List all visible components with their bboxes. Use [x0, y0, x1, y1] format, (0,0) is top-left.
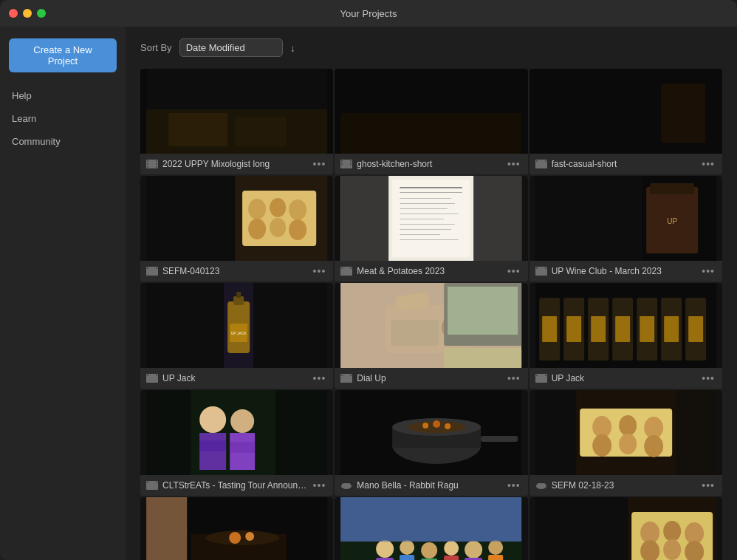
- svg-rect-72: [147, 375, 148, 376]
- project-name: Dial Up: [357, 373, 501, 383]
- project-card[interactable]: CLTStrEATs - Tasting Tour Announcements …: [140, 390, 333, 496]
- svg-point-163: [488, 540, 503, 555]
- project-card[interactable]: fast-casual-short •••: [529, 69, 722, 174]
- project-card[interactable]: SEFM 02-18-23 •••: [529, 390, 722, 496]
- project-footer: 2022 UPPY Mixologist long •••: [140, 154, 333, 174]
- svg-rect-33: [146, 176, 235, 261]
- project-card[interactable]: — •••: [335, 497, 527, 560]
- project-card[interactable]: UP UP Wine Club - March 2023 •••: [529, 176, 722, 281]
- project-card[interactable]: ghost-kitchen-short •••: [335, 69, 527, 174]
- project-menu-button[interactable]: •••: [312, 372, 328, 384]
- svg-point-130: [342, 483, 346, 488]
- svg-rect-50: [340, 176, 388, 261]
- svg-rect-141: [676, 390, 716, 475]
- project-menu-button[interactable]: •••: [700, 265, 716, 277]
- cloud-icon: [340, 480, 352, 491]
- sort-direction-icon[interactable]: ↓: [290, 42, 295, 54]
- project-card[interactable]: Meat & Potatoes 2023 •••: [335, 176, 527, 281]
- svg-rect-14: [341, 160, 343, 162]
- project-name: SEFM 02-18-23: [552, 480, 696, 491]
- svg-rect-86: [350, 375, 352, 376]
- film-icon: [146, 266, 158, 276]
- film-icon: [535, 266, 547, 276]
- maximize-button[interactable]: [37, 9, 46, 18]
- svg-rect-38: [392, 180, 470, 257]
- svg-point-110: [230, 409, 254, 433]
- svg-rect-66: [236, 292, 241, 298]
- project-menu-button[interactable]: •••: [312, 158, 328, 170]
- svg-rect-5: [147, 160, 148, 162]
- sort-select[interactable]: Date Modified Date Created Name: [179, 38, 283, 57]
- project-thumbnail: [529, 497, 722, 560]
- svg-rect-165: [400, 555, 414, 560]
- svg-rect-54: [350, 267, 352, 269]
- project-card[interactable]: 2022 UPPY Mixologist long •••: [140, 69, 333, 174]
- svg-point-28: [270, 198, 286, 217]
- svg-rect-7: [147, 166, 148, 168]
- svg-rect-167: [444, 556, 459, 560]
- film-icon: [146, 373, 158, 383]
- project-footer: SEFM-040123 •••: [140, 261, 333, 281]
- svg-point-162: [465, 541, 482, 559]
- project-card[interactable]: SEFM-040123 •••: [140, 176, 333, 281]
- svg-rect-42: [400, 203, 455, 204]
- app-container: Create a New Project Help Learn Communit…: [0, 27, 737, 560]
- project-menu-button[interactable]: •••: [700, 372, 716, 384]
- svg-point-135: [619, 415, 637, 436]
- close-button[interactable]: [9, 9, 18, 18]
- project-thumbnail: [140, 69, 333, 154]
- svg-point-125: [433, 420, 440, 428]
- projects-grid: 2022 UPPY Mixologist long •••: [140, 69, 722, 560]
- svg-point-178: [663, 521, 681, 542]
- svg-rect-48: [400, 234, 440, 235]
- svg-point-138: [619, 434, 637, 454]
- svg-rect-36: [156, 267, 157, 269]
- svg-point-27: [248, 199, 266, 219]
- sidebar: Create a New Project Help Learn Communit…: [0, 27, 126, 560]
- svg-rect-104: [536, 375, 538, 376]
- project-footer: Meat & Potatoes 2023 •••: [335, 261, 527, 281]
- film-icon: [535, 373, 547, 383]
- project-card[interactable]: — •••: [529, 497, 722, 560]
- project-menu-button[interactable]: •••: [700, 158, 716, 170]
- title-bar: Your Projects: [0, 0, 737, 27]
- svg-point-31: [270, 218, 286, 237]
- project-card[interactable]: UP JACK UP Jack •••: [140, 283, 333, 389]
- svg-point-30: [248, 219, 266, 239]
- project-menu-button[interactable]: •••: [506, 158, 522, 170]
- project-card[interactable]: — •••: [140, 497, 333, 560]
- svg-rect-61: [536, 267, 538, 269]
- window-title: Your Projects: [340, 8, 397, 19]
- project-menu-button[interactable]: •••: [312, 479, 328, 491]
- svg-point-159: [400, 540, 414, 555]
- svg-rect-59: [535, 176, 642, 261]
- minimize-button[interactable]: [23, 9, 32, 18]
- project-menu-button[interactable]: •••: [506, 372, 522, 384]
- svg-point-108: [199, 406, 226, 433]
- svg-rect-171: [340, 497, 521, 542]
- sidebar-item-learn[interactable]: Learn: [9, 110, 117, 127]
- sidebar-item-help[interactable]: Help: [9, 87, 117, 104]
- svg-rect-40: [400, 192, 462, 193]
- svg-rect-127: [481, 436, 518, 442]
- svg-rect-2: [168, 113, 227, 146]
- project-name: 2022 UPPY Mixologist long: [162, 159, 307, 169]
- project-card[interactable]: UP Jack •••: [529, 283, 722, 389]
- create-project-button[interactable]: Create a New Project: [9, 38, 117, 72]
- project-menu-button[interactable]: •••: [312, 265, 328, 277]
- svg-rect-80: [391, 320, 439, 346]
- sidebar-item-community[interactable]: Community: [9, 133, 117, 150]
- project-card[interactable]: Dial Up •••: [335, 283, 527, 389]
- project-footer: Mano Bella - Rabbit Ragu •••: [335, 475, 527, 496]
- project-card[interactable]: Mano Bella - Rabbit Ragu •••: [335, 390, 527, 496]
- svg-rect-19: [661, 83, 705, 143]
- svg-rect-82: [448, 287, 518, 335]
- svg-rect-17: [350, 163, 352, 165]
- project-thumbnail: [335, 390, 527, 475]
- project-name: ghost-kitchen-short: [357, 159, 501, 169]
- project-menu-button[interactable]: •••: [506, 265, 522, 277]
- svg-rect-183: [535, 497, 628, 560]
- project-menu-button[interactable]: •••: [700, 479, 716, 491]
- project-menu-button[interactable]: •••: [506, 479, 522, 491]
- svg-rect-57: [650, 183, 694, 194]
